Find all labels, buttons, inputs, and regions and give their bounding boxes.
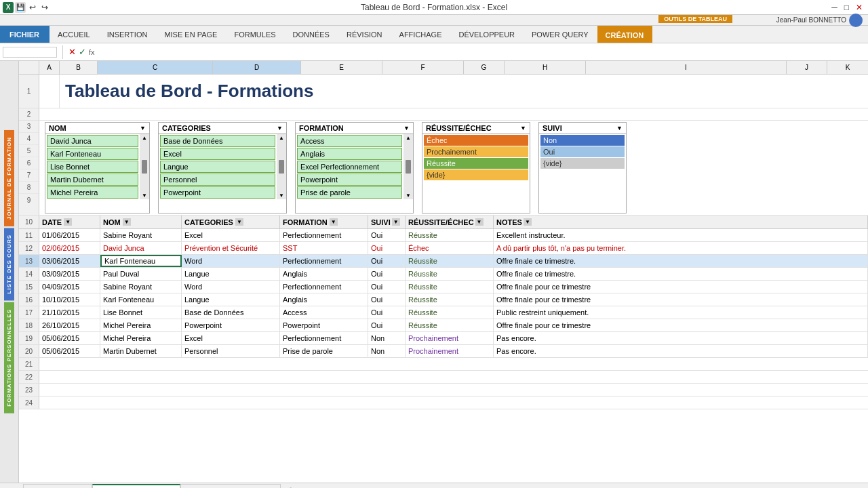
cell-notes-11[interactable]: Excellent instructeur. [494,229,868,241]
cell-form-20[interactable]: Prise de parole [280,345,368,357]
tab-creation[interactable]: CRÉATION [597,26,653,43]
th-nom-filter-icon[interactable]: ▼ [123,218,131,226]
cell-form-14[interactable]: Anglais [280,268,368,280]
save-icon[interactable]: 💾 [15,2,26,13]
cell-reussite-14[interactable]: Réussite [406,268,494,280]
cell-suivi-20[interactable]: Non [368,345,406,357]
cell-cat-14[interactable]: Langue [182,268,280,280]
filter-categories-icon[interactable]: ▼ [277,125,283,131]
filter-nom-item-3[interactable]: Lise Bonnet [47,161,138,173]
cell-nom-14[interactable]: Paul Duval [100,268,182,280]
cell-nom-18[interactable]: Michel Pereira [100,319,182,331]
cell-notes-19[interactable]: Pas encore. [494,332,868,344]
cell-notes-18[interactable]: Offre finale pour ce trimestre [494,319,868,331]
filter-reussite-item-1[interactable]: Échec [424,135,528,146]
cell-cat-13[interactable]: Word [182,255,280,267]
cell-nom-20[interactable]: Martin Dubernet [100,345,182,357]
minimize-btn[interactable]: ─ [829,3,840,12]
sidebar-tab-journal[interactable]: JOURNAL DE FORMATION [4,130,14,226]
cell-form-13[interactable]: Perfectionnement [280,255,368,267]
cell-b2[interactable] [39,108,868,120]
tab-fichier[interactable]: FICHIER [0,26,50,43]
cell-form-19[interactable]: Perfectionnement [280,332,368,344]
cell-notes-20[interactable]: Pas encore. [494,345,868,357]
cell-nom-15[interactable]: Sabine Royant [100,281,182,293]
filter-form-item-3[interactable]: Excel Perfectionnement [297,161,402,173]
cell-reussite-15[interactable]: Réussite [406,281,494,293]
th-suivi-filter-icon[interactable]: ▼ [392,218,400,226]
cell-reussite-20[interactable]: Prochainement [406,345,494,357]
th-date-filter-icon[interactable]: ▼ [64,218,72,226]
filter-cat-item-4[interactable]: Personnel [160,174,275,186]
filter-cat-item-2[interactable]: Excel [160,148,275,160]
scroll-up-icon[interactable]: ▲ [142,135,147,141]
cell-cat-20[interactable]: Personnel [182,345,280,357]
cell-suivi-14[interactable]: Oui [368,268,406,280]
filter-reussite-item-4[interactable]: {vide} [424,169,528,180]
cell-23[interactable] [39,384,868,396]
cell-date-18[interactable]: 26/10/2015 [39,319,100,331]
filter-nom-item-4[interactable]: Martin Dubernet [47,174,138,186]
cell-cat-16[interactable]: Langue [182,293,280,306]
filter-form-item-5[interactable]: Prise de parole [297,186,402,199]
cell-reference[interactable]: D13 [3,47,57,58]
cell-notes-14[interactable]: Offre finale ce trimestre. [494,268,868,280]
cell-b1[interactable]: Tableau de Bord - Formations [60,75,868,108]
cancel-formula-icon[interactable]: ✕ [68,47,76,57]
sheet-tab-perso[interactable]: Informations personnelles [180,484,281,489]
cell-reussite-16[interactable]: Réussite [406,293,494,306]
cell-notes-17[interactable]: Public restreint uniquement. [494,306,868,319]
th-form-filter-icon[interactable]: ▼ [330,218,338,226]
cell-24[interactable] [39,396,868,409]
cell-notes-15[interactable]: Offre finale pour ce trimestre [494,281,868,293]
cell-a1[interactable] [39,75,60,108]
cell-suivi-13[interactable]: Oui [368,255,406,267]
function-icon[interactable]: fx [89,48,95,56]
filter-reussite-item-3[interactable]: Réussite [424,158,528,169]
cell-nom-16[interactable]: Karl Fonteneau [100,293,182,306]
cell-22[interactable] [39,371,868,383]
cell-reussite-17[interactable]: Réussite [406,306,494,319]
cell-cat-19[interactable]: Excel [182,332,280,344]
cell-21[interactable] [39,358,868,370]
filter-reussite-icon[interactable]: ▼ [520,125,526,131]
cell-date-19[interactable]: 05/06/2015 [39,332,100,344]
cell-nom-11[interactable]: Sabine Royant [100,229,182,241]
tab-mise-en-page[interactable]: MISE EN PAGE [156,26,226,43]
tab-insertion[interactable]: INSERTION [99,26,157,43]
filter-suivi-item-3[interactable]: {vide} [540,158,625,169]
cell-form-18[interactable]: Powerpoint [280,319,368,331]
cell-reussite-11[interactable]: Réussite [406,229,494,241]
redo-icon[interactable]: ↪ [39,2,50,13]
cell-date-15[interactable]: 04/09/2015 [39,281,100,293]
cell-reussite-12[interactable]: Échec [406,242,494,254]
sheet-tab-bord[interactable]: Tableau de Bord [23,484,92,489]
cell-suivi-19[interactable]: Non [368,332,406,344]
tab-donnees[interactable]: DONNÉES [285,26,338,43]
tab-developpeur[interactable]: DÉVELOPPEUR [451,26,524,43]
cell-form-17[interactable]: Access [280,306,368,319]
filter-formation-icon[interactable]: ▼ [403,125,410,131]
filter-cat-item-5[interactable]: Powerpoint [160,186,275,199]
close-btn[interactable]: ✕ [853,3,865,12]
undo-icon[interactable]: ↩ [27,2,38,13]
cell-suivi-18[interactable]: Oui [368,319,406,331]
scroll-down-form-icon[interactable]: ▼ [406,192,411,199]
formula-input[interactable]: Karl Fonteneau [98,47,865,58]
th-cat-filter-icon[interactable]: ▼ [235,218,243,226]
cell-suivi-15[interactable]: Oui [368,281,406,293]
filter-nom-item-1[interactable]: David Junca [47,135,138,147]
cell-date-13[interactable]: 03/06/2015 [39,255,100,267]
cell-suivi-17[interactable]: Oui [368,306,406,319]
filter-form-item-2[interactable]: Anglais [297,148,402,160]
cell-cat-12[interactable]: Prévention et Sécurité [182,242,280,254]
cell-suivi-11[interactable]: Oui [368,229,406,241]
cell-reussite-13[interactable]: Réussite [406,255,494,267]
tab-formules[interactable]: FORMULES [226,26,284,43]
confirm-formula-icon[interactable]: ✓ [79,47,86,57]
tab-power-query[interactable]: POWER QUERY [524,26,597,43]
th-reussite-filter-icon[interactable]: ▼ [475,218,484,226]
sidebar-tab-formations[interactable]: FORMATIONS PERSONNELLES [4,302,14,413]
filter-suivi-item-2[interactable]: Oui [540,146,625,157]
filter-nom-item-2[interactable]: Karl Fonteneau [47,148,138,160]
